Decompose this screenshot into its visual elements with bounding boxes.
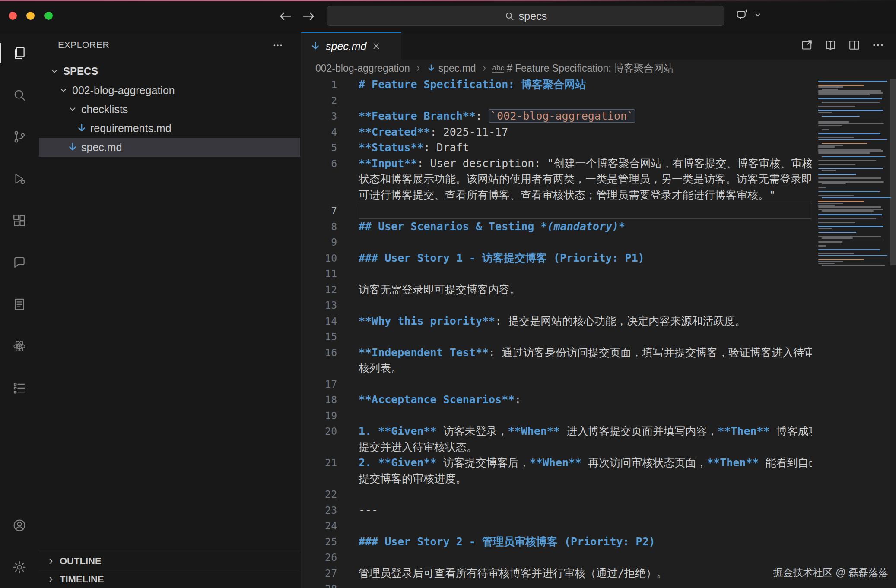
activity-item-chat[interactable] [0,241,39,283]
editor-line-22[interactable]: 22 [301,487,812,503]
line-content[interactable] [359,297,812,313]
line-content[interactable] [359,376,812,392]
editor-line-4[interactable]: 4**Created**: 2025-11-17 [301,124,812,140]
editor-line-5[interactable]: 5**Status**: Draft [301,140,812,156]
editor-line-25[interactable]: 25### User Story 2 - 管理员审核博客 (Priority: … [301,534,812,550]
line-content[interactable]: 提交并进入待审核状态。 [359,439,812,455]
markdown-preview-button[interactable] [824,38,837,54]
tree-file-requirements-md[interactable]: requirements.md [39,119,300,138]
zoom-window-button[interactable] [44,12,53,20]
line-content[interactable]: # Feature Specification: 博客聚合网站 [359,77,812,93]
editor-line-14[interactable]: 14**Why this priority**: 提交是网站的核心功能，决定内容… [301,313,812,329]
line-content[interactable]: **Independent Test**: 通过访客身份访问提交页面，填写并提交… [359,345,812,361]
section-outline[interactable]: OUTLINE [39,552,300,570]
editor-line-11[interactable]: 11 [301,266,812,282]
close-window-button[interactable] [9,12,17,20]
tab-spec-md[interactable]: spec.md [301,32,401,60]
explorer-more-actions-button[interactable] [272,40,283,51]
line-content[interactable]: 2. **Given** 访客提交博客后，**When** 再次访问审核状态页面… [359,455,812,471]
editor-line-3[interactable]: 3**Feature Branch**: `002-blog-aggregati… [301,108,812,124]
editor-line-wrap[interactable]: 提交并进入待审核状态。 [301,439,812,455]
line-content[interactable]: **Input**: User description: "创建一个博客聚合网站… [359,156,812,172]
navigate-forward-button[interactable] [301,8,316,24]
editor-line-27[interactable]: 27管理员登录后可查看所有待审核博客并进行审核（通过/拒绝）。 [301,566,812,582]
activity-item-search[interactable] [0,74,39,116]
command-center-search[interactable]: specs [327,6,724,26]
breadcrumb-item-1[interactable]: spec.md [426,63,476,74]
more-actions-button[interactable] [871,38,885,54]
editor-line-20[interactable]: 201. **Given** 访客未登录，**When** 进入博客提交页面并填… [301,424,812,439]
line-content[interactable]: ## User Scenarios & Testing *(mandatory)… [359,219,812,235]
editor-line-wrap[interactable]: 状态和博客展示功能。该网站的使用者有两类，一类是管理员，另一类是访客。访客无需登… [301,171,812,187]
line-content[interactable] [359,203,812,219]
activity-item-explorer[interactable] [0,32,39,74]
line-content[interactable] [359,550,812,566]
line-content[interactable]: 管理员登录后可查看所有待审核博客并进行审核（通过/拒绝）。 [359,566,812,582]
copilot-menu-button[interactable] [753,9,763,20]
activity-item-account[interactable] [0,504,39,546]
line-content[interactable]: **Acceptance Scenarios**: [359,392,812,408]
section-timeline[interactable]: TIMELINE [39,570,300,588]
editor-line-2[interactable]: 2 [301,93,812,109]
open-preview-side-button[interactable] [800,38,813,54]
line-content[interactable]: 访客无需登录即可提交博客内容。 [359,282,812,298]
line-content[interactable]: 可进行博客提交、查看所有博客、查看审核状态；管理员需要登录才能进行博客审核。" [359,187,812,203]
line-content[interactable]: ### User Story 2 - 管理员审核博客 (Priority: P2… [359,534,812,550]
editor-pane[interactable]: 1# Feature Specification: 博客聚合网站23**Feat… [301,77,896,588]
navigate-back-button[interactable] [277,8,293,24]
editor-line-23[interactable]: 23--- [301,503,812,518]
editor-line-9[interactable]: 9 [301,234,812,250]
line-content[interactable]: **Feature Branch**: `002-blog-aggregatio… [359,108,812,124]
line-content[interactable]: **Created**: 2025-11-17 [359,124,812,140]
line-content[interactable]: ### User Story 1 - 访客提交博客 (Priority: P1) [359,250,812,266]
activity-item-settings[interactable] [0,546,39,588]
line-content[interactable] [359,266,812,282]
line-content[interactable] [359,581,812,588]
line-content[interactable] [359,329,812,345]
tree-folder-checklists[interactable]: checklists [39,100,300,119]
line-content[interactable] [359,487,812,503]
line-content[interactable]: --- [359,503,812,518]
activity-item-run-debug[interactable] [0,158,39,199]
line-content[interactable] [359,234,812,250]
line-content[interactable]: 1. **Given** 访客未登录，**When** 进入博客提交页面并填写内… [359,424,812,439]
scrollbar-thumb[interactable] [890,79,896,265]
editor-line-7[interactable]: 7 [301,203,812,219]
line-content[interactable] [359,93,812,109]
editor-line-wrap[interactable]: 可进行博客提交、查看所有博客、查看审核状态；管理员需要登录才能进行博客审核。" [301,187,812,203]
editor-line-wrap[interactable]: 核列表。 [301,360,812,376]
editor-line-16[interactable]: 16**Independent Test**: 通过访客身份访问提交页面，填写并… [301,345,812,361]
editor-line-13[interactable]: 13 [301,297,812,313]
editor-line-26[interactable]: 26 [301,550,812,566]
editor-line-24[interactable]: 24 [301,518,812,534]
editor-line-18[interactable]: 18**Acceptance Scenarios**: [301,392,812,408]
editor-line-8[interactable]: 8## User Scenarios & Testing *(mandatory… [301,219,812,235]
tree-file-spec-md[interactable]: spec.md [39,138,300,157]
line-content[interactable]: **Status**: Draft [359,140,812,156]
editor-line-6[interactable]: 6**Input**: User description: "创建一个博客聚合网… [301,156,812,172]
activity-item-notebook[interactable] [0,283,39,325]
editor-line-19[interactable]: 19 [301,408,812,424]
editor-line-17[interactable]: 17 [301,376,812,392]
activity-item-extensions[interactable] [0,199,39,241]
breadcrumb-item-0[interactable]: 002-blog-aggregation [315,63,410,74]
tree-folder-002-blog-aggregation[interactable]: 002-blog-aggregation [39,81,300,100]
copilot-button[interactable] [735,8,749,22]
editor-line-wrap[interactable]: 提交博客的审核进度。 [301,471,812,487]
line-content[interactable]: 核列表。 [359,360,812,376]
minimap[interactable] [818,81,890,267]
minimize-window-button[interactable] [26,12,35,20]
activity-item-atom[interactable] [0,325,39,367]
activity-item-source-control[interactable] [0,116,39,158]
editor-line-21[interactable]: 212. **Given** 访客提交博客后，**When** 再次访问审核状态… [301,455,812,471]
editor-line-12[interactable]: 12访客无需登录即可提交博客内容。 [301,282,812,298]
breadcrumb-item-2[interactable]: abc# Feature Specification: 博客聚合网站 [492,62,674,75]
editor-line-15[interactable]: 15 [301,329,812,345]
line-content[interactable] [359,518,812,534]
editor-line-1[interactable]: 1# Feature Specification: 博客聚合网站 [301,77,812,93]
editor-line-10[interactable]: 10### User Story 1 - 访客提交博客 (Priority: P… [301,250,812,266]
split-editor-button[interactable] [848,38,861,54]
line-content[interactable]: 提交博客的审核进度。 [359,471,812,487]
editor-line-28[interactable]: 28 [301,581,812,588]
activity-item-outline-list[interactable] [0,367,39,409]
